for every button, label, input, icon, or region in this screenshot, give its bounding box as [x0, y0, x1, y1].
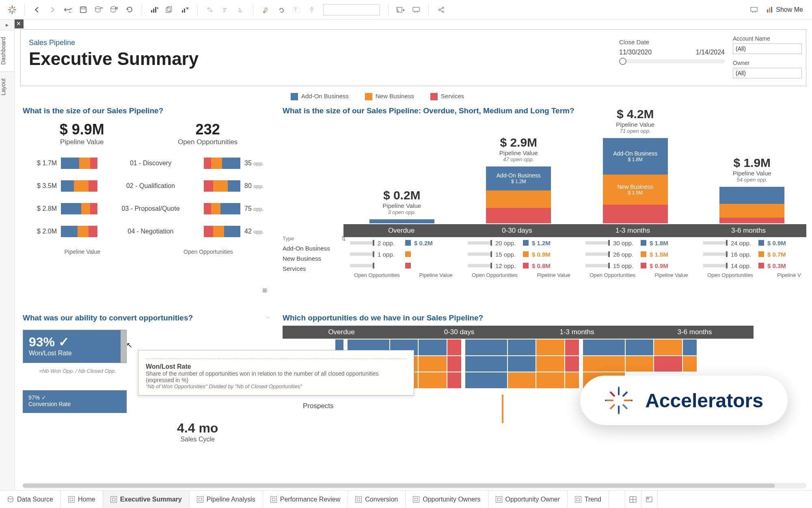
- new-data-source-icon[interactable]: +: [92, 3, 105, 16]
- expand-side-pane-icon[interactable]: ▸: [0, 19, 14, 30]
- sheet-tab[interactable]: Pipeline Analysis: [190, 491, 263, 508]
- clear-sheet-icon[interactable]: [179, 3, 192, 16]
- sheet-tab[interactable]: Trend: [568, 491, 609, 508]
- treemap-cell[interactable]: [465, 372, 507, 388]
- swap-rows-columns-icon[interactable]: [203, 3, 216, 16]
- close-date-filter[interactable]: Close Date 11/30/2020 1/14/2024: [615, 30, 729, 86]
- time-bin[interactable]: $ 1.9MPipeline Value54 open opp.: [698, 156, 807, 223]
- toolbar-search-box[interactable]: [323, 4, 380, 15]
- attach-icon[interactable]: [274, 3, 287, 16]
- time-bin[interactable]: $ 2.9MPipeline Value47 open opp. Add-On …: [464, 136, 573, 223]
- show-me-button[interactable]: Show Me: [763, 6, 806, 13]
- pause-auto-updates-icon[interactable]: [108, 3, 121, 16]
- stage-row[interactable]: $ 2.8M 03 - Proposal/Quote 75 opp.: [23, 203, 274, 214]
- metric-cell[interactable]: 15 opp. $ 0.9M: [465, 249, 583, 260]
- conversion-tile[interactable]: 97% ✓ Conversion Rate: [23, 390, 127, 413]
- data-source-tab[interactable]: Data Source: [0, 491, 61, 508]
- side-tab-dashboard[interactable]: Dashboard: [0, 30, 14, 71]
- treemap-cell[interactable]: [536, 339, 564, 355]
- stage-row[interactable]: $ 2.0M 04 - Negotiation 42 opp.: [23, 226, 274, 237]
- treemap-cell[interactable]: [583, 356, 625, 372]
- sort-desc-icon[interactable]: [234, 3, 247, 16]
- treemap-cell[interactable]: [536, 372, 564, 388]
- duplicate-sheet-icon[interactable]: [163, 3, 176, 16]
- new-dashboard-tab-icon[interactable]: [625, 491, 641, 508]
- pin-icon[interactable]: [305, 3, 318, 16]
- highlight-icon[interactable]: [259, 3, 272, 16]
- sort-icon[interactable]: ⇅: [341, 236, 346, 242]
- forward-icon[interactable]: [46, 3, 59, 16]
- date-range-slider[interactable]: [619, 59, 725, 63]
- new-story-tab-icon[interactable]: [641, 491, 658, 508]
- treemap-cell[interactable]: [626, 339, 654, 355]
- type-row-addon[interactable]: Add-On Business: [283, 243, 348, 253]
- treemap-cell[interactable]: [565, 372, 579, 388]
- sheet-tab[interactable]: Performance Review: [263, 491, 348, 508]
- metric-cell[interactable]: 2 opp. $ 0.2M: [348, 237, 465, 249]
- treemap-cell[interactable]: [465, 356, 507, 372]
- type-row-services[interactable]: Services: [283, 264, 348, 274]
- metric-cell[interactable]: 15 opp. $ 0.9M: [583, 260, 701, 271]
- won-lost-tile[interactable]: 93% ✓ Won/Lost Rate ↖: [23, 330, 127, 363]
- share-icon[interactable]: [434, 3, 447, 16]
- guide-me-icon[interactable]: [747, 3, 760, 16]
- new-worksheet-tab-icon[interactable]: [609, 491, 625, 508]
- text-label-icon[interactable]: T: [290, 3, 303, 16]
- stage-row[interactable]: $ 1.7M 01 - Discovery 35 opp.: [23, 158, 274, 169]
- time-bin[interactable]: $ 4.2MPipeline Value71 open opp. New Bus…: [581, 107, 690, 223]
- treemap-cell[interactable]: [583, 339, 625, 355]
- treemap-cell[interactable]: [508, 356, 536, 372]
- metric-cell[interactable]: 14 opp. $ 0.3M: [701, 260, 812, 271]
- close-icon[interactable]: ✕: [15, 19, 24, 28]
- stage-row[interactable]: $ 3.5M 02 - Qualification 80 opp.: [23, 180, 274, 192]
- treemap-cell[interactable]: [419, 356, 447, 372]
- fit-dropdown-icon[interactable]: ▾: [394, 3, 407, 16]
- refresh-icon[interactable]: [123, 3, 136, 16]
- treemap[interactable]: [465, 339, 583, 388]
- filter-account-select[interactable]: (All): [733, 43, 802, 54]
- sheet-tab[interactable]: Opportunity Owners: [406, 491, 488, 508]
- metric-cell[interactable]: 30 opp. $ 1.8M: [583, 237, 701, 249]
- sheet-tab[interactable]: Opportunity Owner: [488, 491, 568, 508]
- metric-cell[interactable]: 1 opp.: [348, 249, 465, 260]
- panel-c-goto-icon[interactable]: →: [265, 314, 270, 321]
- side-tab-layout[interactable]: Layout: [0, 71, 14, 102]
- metric-cell[interactable]: 20 opp. $ 1.2M: [465, 237, 583, 249]
- treemap-cell[interactable]: [419, 339, 447, 355]
- treemap-cell[interactable]: [447, 372, 461, 388]
- sheet-tab[interactable]: Conversion: [348, 491, 406, 508]
- treemap-cell[interactable]: [508, 372, 536, 388]
- tableau-logo-icon[interactable]: [6, 3, 19, 16]
- save-icon[interactable]: [77, 3, 90, 16]
- treemap-cell[interactable]: [565, 339, 579, 355]
- back-icon[interactable]: [30, 3, 43, 16]
- horizontal-scrollbar[interactable]: [23, 483, 806, 489]
- treemap-cell[interactable]: [654, 356, 682, 372]
- treemap-cell[interactable]: [419, 372, 447, 388]
- filter-owner-select[interactable]: (All): [733, 68, 802, 78]
- panel-a-menu-icon[interactable]: ≡: [262, 286, 267, 295]
- treemap-cell[interactable]: [465, 339, 507, 355]
- treemap-cell[interactable]: [508, 339, 536, 355]
- metric-cell[interactable]: 26 opp. $ 1.5M: [583, 249, 701, 260]
- sheet-tab[interactable]: Executive Summary: [103, 491, 190, 508]
- treemap-cell[interactable]: [654, 339, 682, 355]
- type-row-new[interactable]: New Business: [283, 253, 348, 264]
- metric-cell[interactable]: 24 opp. $ 0.9M: [701, 237, 812, 249]
- treemap-cell[interactable]: [536, 356, 564, 372]
- new-worksheet-icon[interactable]: ▾: [148, 3, 161, 16]
- treemap-cell[interactable]: [447, 356, 461, 372]
- treemap-cell[interactable]: [565, 356, 579, 372]
- metric-cell[interactable]: [348, 260, 465, 271]
- metric-cell[interactable]: 16 opp. $ 0.7M: [701, 249, 812, 260]
- sort-asc-icon[interactable]: [219, 3, 232, 16]
- accelerators-badge[interactable]: Accelerators: [580, 376, 788, 425]
- resize-handle[interactable]: [121, 330, 126, 363]
- treemap-cell[interactable]: [447, 339, 461, 355]
- treemap-cell[interactable]: [626, 356, 654, 372]
- presentation-mode-icon[interactable]: [410, 3, 423, 16]
- breadcrumb[interactable]: Sales Pipeline: [29, 39, 607, 47]
- treemap-cell[interactable]: [683, 339, 697, 355]
- sheet-tab[interactable]: Home: [61, 491, 103, 508]
- revert-icon[interactable]: [61, 3, 74, 16]
